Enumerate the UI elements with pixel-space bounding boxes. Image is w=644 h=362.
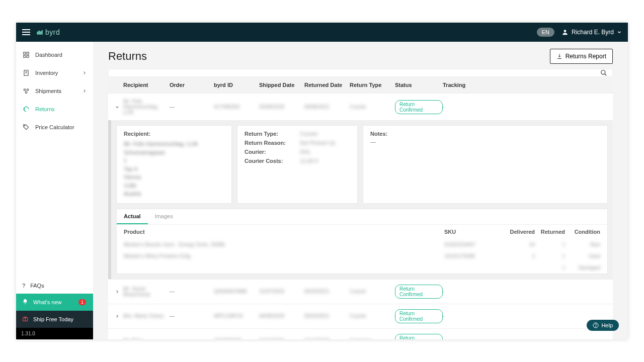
detail-products: Actual Images Product SKU Delivered Retu… (116, 209, 608, 274)
cell-returned: 05/03/2021 (304, 289, 350, 294)
recipient-address: Mr. Felix Hammerschlag, LLM. Schumanngas… (124, 140, 224, 198)
sidebar-item-label: Price Calculator (35, 124, 74, 130)
faqs-label: FAQs (30, 283, 44, 289)
user-icon (561, 29, 569, 36)
expand-toggle[interactable] (111, 338, 123, 340)
cell-tracking: - (443, 289, 473, 294)
svg-rect-3 (24, 55, 26, 57)
sidebar-faqs[interactable]: ? FAQs (16, 278, 93, 294)
sidebar-item-label: Shipments (35, 88, 61, 94)
table-row[interactable]: Mrs. Marta Torkao — WPC239F33 04/08/2020… (108, 304, 613, 328)
svg-point-11 (24, 125, 25, 126)
gift-icon (22, 316, 28, 323)
detail-notes-card: Notes: — (363, 125, 608, 204)
cell-type: Courier (350, 313, 395, 319)
download-icon (556, 53, 562, 59)
cell-returned: 21/10/2020 (304, 338, 350, 339)
product-row: 1 Damaged (117, 262, 607, 274)
th-tracking: Tracking (443, 82, 473, 88)
chevron-right-icon (82, 88, 87, 94)
search-bar[interactable] (108, 69, 613, 77)
sidebar-item-inventory[interactable]: Inventory (16, 64, 93, 82)
user-name: Richard E. Byrd (572, 29, 614, 36)
clipboard-icon (22, 69, 30, 77)
chevron-right-icon (82, 70, 87, 75)
svg-rect-4 (27, 55, 29, 57)
ph-sku: SKU (444, 229, 505, 235)
return-icon (22, 105, 30, 113)
ship-free-label: Ship Free Today (33, 316, 73, 322)
cell-recipient: Mr. Björn (123, 338, 170, 339)
sidebar-item-label: Returns (35, 106, 55, 112)
sidebar-item-dashboard[interactable]: Dashboard (16, 46, 93, 64)
cell-shipped: 03/08/2020 (259, 104, 304, 110)
main-content: Returns Returns Report Recipient Order b… (93, 42, 628, 339)
sidebar-item-returns[interactable]: Returns (16, 100, 93, 118)
cell-type: Customer (350, 338, 395, 339)
help-button[interactable]: Help (587, 320, 619, 331)
cell-tracking: - (443, 313, 473, 319)
cell-recipient: Mrs. Marta Torkao (123, 313, 170, 319)
boxes-icon (22, 87, 30, 95)
th-type: Return Type (350, 82, 395, 88)
help-icon (593, 322, 599, 328)
status-badge: Return Confirmed (395, 309, 443, 323)
sidebar-item-label: Dashboard (35, 52, 62, 58)
status-badge: Return Confirmed (395, 100, 443, 114)
detail-return-card: Return Type:Courier Return Reason:Not Pi… (237, 125, 358, 204)
sidebar-bottom: ? FAQs What's new 1 Ship Free Today 1.31… (16, 278, 93, 339)
returns-table: Recipient Order byrd ID Shipped Date Ret… (108, 77, 613, 339)
th-order: Order (170, 82, 214, 88)
bell-icon (22, 299, 28, 306)
product-row: Meister's Muscle Juice - Energy Drink, 2… (117, 239, 607, 250)
expand-toggle[interactable] (111, 314, 123, 319)
logo: byrd (36, 28, 60, 36)
tab-images[interactable]: Images (148, 209, 180, 224)
cell-returned: 09/06/2021 (304, 104, 350, 110)
whatsnew-label: What's new (33, 299, 62, 305)
expand-toggle[interactable] (111, 289, 123, 294)
svg-point-15 (601, 70, 605, 74)
table-row[interactable]: Mr. Felix Hammerschlag, LLM. — 417H80282… (108, 93, 613, 120)
svg-line-16 (605, 74, 607, 76)
table-row[interactable]: Mr. Björn — X5E9R029P 21/07/2020 21/10/2… (108, 328, 613, 340)
ph-delivered: Delivered (505, 229, 535, 235)
sidebar-item-price-calculator[interactable]: Price Calculator (16, 118, 93, 136)
cell-tracking: - (443, 338, 473, 339)
expand-toggle[interactable] (111, 105, 123, 110)
notes-value: — (370, 139, 600, 145)
sidebar-item-shipments[interactable]: Shipments (16, 82, 93, 100)
table-row[interactable]: Mr. Xavier Beauchamp — QAS940VNM6 31/07/… (108, 279, 613, 304)
table-header: Recipient Order byrd ID Shipped Date Ret… (108, 77, 613, 93)
cell-recipient: Mr. Felix Hammerschlag, LLM. (123, 99, 170, 115)
user-menu[interactable]: Richard E. Byrd (561, 29, 622, 36)
tag-icon (22, 123, 30, 131)
sidebar-whatsnew[interactable]: What's new 1 (16, 294, 93, 311)
cell-byrd: 417H80282 (214, 104, 259, 110)
cell-type: Courier (350, 104, 395, 110)
hamburger-icon[interactable] (22, 29, 30, 35)
sidebar-ship-free[interactable]: Ship Free Today (16, 311, 93, 328)
th-shipped: Shipped Date (259, 82, 304, 88)
question-icon: ? (22, 283, 25, 289)
cell-order: — (170, 104, 214, 110)
th-byrd: byrd ID (214, 82, 259, 88)
cell-order: — (170, 313, 214, 319)
product-row: Meister's Whey Proteins 510g 10101276396… (117, 250, 607, 262)
cell-order: — (170, 338, 214, 339)
language-selector[interactable]: EN (537, 28, 554, 37)
recipient-label: Recipient: (124, 131, 224, 137)
topbar: byrd EN Richard E. Byrd (16, 23, 628, 42)
notification-badge: 1 (78, 299, 86, 305)
returns-report-button[interactable]: Returns Report (550, 49, 613, 64)
search-icon (600, 69, 607, 76)
ph-returned: Returned (535, 229, 565, 235)
ph-condition: Condition (565, 229, 600, 235)
notes-label: Notes: (370, 131, 600, 137)
tab-actual[interactable]: Actual (117, 209, 148, 224)
chevron-down-icon (617, 30, 622, 35)
svg-point-12 (25, 303, 26, 304)
version-label: 1.31.0 (16, 328, 93, 339)
svg-rect-1 (24, 52, 26, 54)
cell-shipped: 04/08/2020 (259, 313, 304, 319)
